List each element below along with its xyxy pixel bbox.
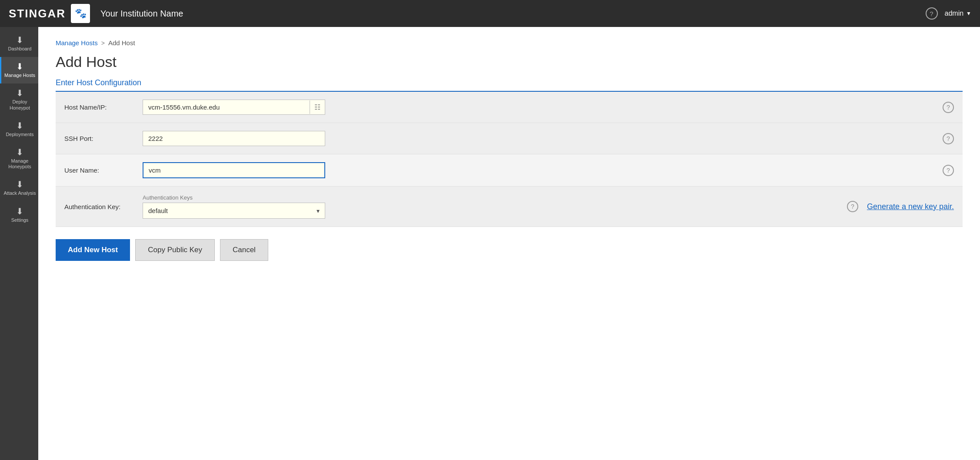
content-area: Manage Hosts > Add Host Add Host Enter H… bbox=[38, 27, 980, 460]
sidebar-label-dashboard: Dashboard bbox=[8, 46, 32, 52]
auth-keys-dropdown-label: Authentication Keys bbox=[143, 194, 193, 201]
settings-icon: ⬇ bbox=[16, 207, 23, 216]
help-icon[interactable]: ? bbox=[926, 7, 938, 20]
sidebar-label-settings: Settings bbox=[11, 217, 29, 223]
host-name-book-icon[interactable]: ☷ bbox=[310, 100, 325, 114]
ssh-port-row: SSH Port: ? bbox=[56, 123, 963, 154]
breadcrumb: Manage Hosts > Add Host bbox=[56, 39, 963, 47]
sidebar-label-attack-analysis: Attack Analysis bbox=[4, 190, 36, 196]
user-menu[interactable]: admin ▼ bbox=[945, 10, 971, 17]
dashboard-icon: ⬇ bbox=[16, 36, 23, 44]
deployments-icon: ⬇ bbox=[16, 121, 23, 130]
user-name-help-icon[interactable]: ? bbox=[943, 165, 954, 176]
host-name-label: Host Name/IP: bbox=[64, 103, 143, 111]
user-name-input[interactable] bbox=[143, 162, 325, 178]
sidebar-item-attack-analysis[interactable]: ⬇ Attack Analysis bbox=[0, 175, 38, 201]
sidebar-label-manage-honeypots: Manage Honeypots bbox=[3, 158, 37, 170]
sidebar-label-deployments: Deployments bbox=[6, 132, 33, 137]
brand-logo: STINGAR 🐾 Your Institution Name bbox=[9, 4, 183, 23]
host-name-input[interactable] bbox=[143, 100, 310, 114]
ssh-port-input[interactable] bbox=[143, 131, 325, 146]
auth-key-input-wrap: Authentication Keys default key1 key2 ▾ bbox=[143, 194, 835, 219]
sidebar-item-settings[interactable]: ⬇ Settings bbox=[0, 202, 38, 228]
ssh-port-label: SSH Port: bbox=[64, 135, 143, 142]
user-name-input-wrap bbox=[143, 162, 930, 178]
sidebar-label-deploy-honeypot: Deploy Honeypot bbox=[3, 99, 37, 110]
auth-key-select-wrapper: default key1 key2 ▾ bbox=[143, 203, 325, 219]
sidebar-item-dashboard[interactable]: ⬇ Dashboard bbox=[0, 30, 38, 57]
host-name-input-wrap: ☷ bbox=[143, 100, 930, 115]
breadcrumb-separator: > bbox=[101, 40, 105, 47]
header-right: ? admin ▼ bbox=[926, 7, 971, 20]
generate-key-pair-link[interactable]: Generate a new key pair. bbox=[867, 202, 954, 211]
breadcrumb-current: Add Host bbox=[108, 39, 135, 47]
deploy-honeypot-icon: ⬇ bbox=[16, 89, 23, 97]
user-name-row: User Name: ? bbox=[56, 154, 963, 187]
host-name-row: Host Name/IP: ☷ ? bbox=[56, 92, 963, 123]
sidebar-item-deploy-honeypot[interactable]: ⬇ Deploy Honeypot bbox=[0, 83, 38, 116]
auth-key-help-icon[interactable]: ? bbox=[847, 201, 858, 212]
main-layout: ⬇ Dashboard ⬇ Manage Hosts ⬇ Deploy Hone… bbox=[0, 27, 980, 460]
user-dropdown-arrow: ▼ bbox=[966, 10, 971, 17]
sidebar-label-manage-hosts: Manage Hosts bbox=[4, 73, 35, 78]
sidebar-item-deployments[interactable]: ⬇ Deployments bbox=[0, 116, 38, 143]
cancel-button[interactable]: Cancel bbox=[220, 239, 268, 261]
action-buttons: Add New Host Copy Public Key Cancel bbox=[56, 227, 963, 273]
copy-public-key-button[interactable]: Copy Public Key bbox=[135, 239, 215, 261]
user-name-label: User Name: bbox=[64, 167, 143, 174]
brand-name: STINGAR bbox=[9, 7, 66, 20]
institution-name: Your Institution Name bbox=[100, 9, 183, 19]
manage-hosts-icon: ⬇ bbox=[16, 62, 23, 71]
auth-key-select[interactable]: default key1 key2 bbox=[143, 203, 325, 218]
sidebar: ⬇ Dashboard ⬇ Manage Hosts ⬇ Deploy Hone… bbox=[0, 27, 38, 460]
breadcrumb-parent-link[interactable]: Manage Hosts bbox=[56, 39, 98, 47]
attack-analysis-icon: ⬇ bbox=[16, 180, 23, 189]
auth-key-row: Authentication Key: Authentication Keys … bbox=[56, 187, 963, 227]
section-header: Enter Host Configuration bbox=[56, 78, 963, 92]
sidebar-item-manage-honeypots[interactable]: ⬇ Manage Honeypots bbox=[0, 143, 38, 175]
top-header: STINGAR 🐾 Your Institution Name ? admin … bbox=[0, 0, 980, 27]
username-label: admin bbox=[945, 10, 964, 17]
auth-key-label: Authentication Key: bbox=[64, 203, 143, 210]
add-new-host-button[interactable]: Add New Host bbox=[56, 239, 130, 261]
brand-mascot: 🐾 bbox=[71, 4, 90, 23]
sidebar-item-manage-hosts[interactable]: ⬇ Manage Hosts bbox=[0, 57, 38, 83]
host-name-input-group: ☷ bbox=[143, 100, 325, 115]
ssh-port-help-icon[interactable]: ? bbox=[943, 133, 954, 144]
host-name-help-icon[interactable]: ? bbox=[943, 102, 954, 113]
manage-honeypots-icon: ⬇ bbox=[16, 148, 23, 157]
ssh-port-input-wrap bbox=[143, 131, 930, 146]
page-title: Add Host bbox=[56, 53, 963, 70]
form-container: Host Name/IP: ☷ ? SSH Port: ? bbox=[56, 92, 963, 227]
